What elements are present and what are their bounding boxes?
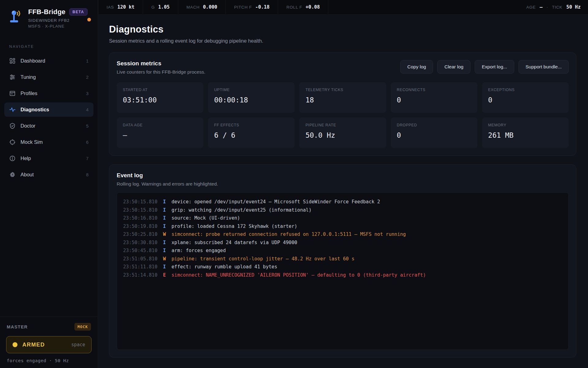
nav-shortcut: 5: [86, 124, 89, 128]
export-log-button[interactable]: Export log...: [475, 60, 514, 74]
telemetry-topbar: IAS 120 kt G 1.05 MACH 0.000 PITCH F -0.…: [98, 0, 588, 14]
stat-value: 120 kt: [117, 4, 134, 10]
log-actions: Copy log Clear log Export log... Support…: [400, 60, 569, 74]
sidebar-item-diagnostics[interactable]: Diagnostics 4: [4, 102, 93, 117]
metric-label: TELEMETRY TICKS: [305, 88, 380, 92]
log-entry: 23:50:19.810Iprofile: loaded Cessna 172 …: [123, 222, 562, 231]
metric-label: RECONNECTS: [397, 88, 471, 92]
metric-value: 18: [305, 96, 380, 104]
metric-ff-effects: FF EFFECTS 6 / 6: [208, 117, 295, 148]
sidebar-item-tuning[interactable]: Tuning 2: [4, 70, 93, 84]
metric-started-at: STARTED AT 03:51:00: [117, 82, 203, 113]
session-metrics-card: Session metrics Live counters for this F…: [109, 52, 576, 156]
tick-label: TICK: [552, 5, 562, 10]
page-subtitle: Session metrics and a rolling event log …: [109, 38, 576, 44]
metric-label: STARTED AT: [123, 88, 197, 92]
nav-shortcut: 2: [86, 75, 89, 80]
armed-toggle-button[interactable]: ARMED space: [6, 336, 92, 353]
stat-label: IAS: [107, 5, 114, 10]
profiles-icon: [9, 90, 16, 97]
clear-log-button[interactable]: Clear log: [437, 60, 470, 74]
metric-exceptions: EXCEPTIONS 0: [482, 82, 569, 113]
metric-dropped: DROPPED 0: [391, 117, 477, 148]
stat-value: -0.18: [255, 4, 270, 10]
mock-badge: MOCK: [74, 323, 91, 331]
stat-label: MACH: [187, 5, 200, 10]
sidebar: FFB-Bridge BETA SIDEWINDER FFB2 MSFS · X…: [0, 0, 98, 368]
event-log-viewport[interactable]: 23:50:15.810Idevice: opened /dev/input/e…: [117, 192, 569, 350]
nav-label: Tuning: [21, 74, 81, 80]
app-logo-block: FFB-Bridge BETA SIDEWINDER FFB2 MSFS · X…: [0, 0, 98, 35]
stat-label: PITCH F: [234, 5, 252, 10]
tick-value: 50 Hz: [566, 4, 581, 10]
log-entry: 23:50:15.810Idevice: opened /dev/input/e…: [123, 198, 562, 206]
metric-value: —: [123, 131, 197, 139]
support-bundle-button[interactable]: Support bundle...: [518, 60, 569, 74]
metric-uptime: UPTIME 00:00:18: [208, 82, 295, 113]
nav-heading: NAVIGATE: [0, 35, 98, 52]
metric-reconnects: RECONNECTS 0: [391, 82, 477, 113]
log-entry-warning: 23:50:25.810Wsimconnect: probe returned …: [123, 230, 562, 239]
nav-shortcut: 1: [86, 59, 89, 63]
app-title: FFB-Bridge: [28, 8, 66, 16]
event-log-subtitle: Rolling log. Warnings and errors are hig…: [117, 181, 569, 187]
metric-value: 03:51:00: [123, 96, 197, 104]
nav-label: Profiles: [21, 90, 81, 96]
sidebar-item-about[interactable]: About 8: [4, 167, 93, 182]
armed-label: ARMED: [22, 342, 66, 348]
metric-label: FF EFFECTS: [214, 123, 288, 127]
metric-value: 6 / 6: [214, 131, 288, 139]
sim-names: MSFS · X-PLANE: [28, 24, 88, 29]
metric-value: 0: [488, 96, 563, 104]
armed-indicator-dot: [13, 342, 17, 347]
age-label: AGE: [526, 5, 536, 10]
metric-label: PIPELINE RATE: [305, 123, 380, 127]
metric-pipeline-rate: PIPELINE RATE 50.0 Hz: [299, 117, 386, 148]
master-status-text: forces engaged · 50 Hz: [6, 358, 92, 363]
nav-label: Mock Sim: [21, 139, 81, 145]
metric-data-age: DATA AGE —: [117, 117, 203, 148]
beta-badge: BETA: [69, 8, 88, 16]
stat-value: 0.000: [203, 4, 217, 10]
gear-icon: [9, 171, 16, 178]
stat-mach: MACH 0.000: [178, 0, 226, 14]
log-entry: 23:50:15.810Igrip: watching /dev/input/e…: [123, 206, 562, 214]
nav-shortcut: 4: [86, 107, 89, 112]
topbar-right-stats: AGE — · TICK 50 Hz: [526, 4, 588, 10]
session-metrics-title: Session metrics: [117, 60, 205, 67]
stat-g: G 1.05: [143, 0, 178, 14]
armed-shortcut: space: [71, 342, 85, 347]
nav-label: About: [21, 172, 81, 178]
nav-label: Doctor: [21, 123, 81, 129]
info-icon: [9, 155, 16, 162]
page-content: Diagnostics Session metrics and a rollin…: [98, 14, 588, 368]
log-entry: 23:50:16.810Isource: Mock (UI-driven): [123, 214, 562, 222]
copy-log-button[interactable]: Copy log: [400, 60, 433, 74]
log-entry: 23:50:30.810Ixplane: subscribed 24 datar…: [123, 239, 562, 247]
separator-dot: ·: [547, 5, 548, 10]
joystick-logo-icon: [7, 8, 23, 24]
stat-label: ROLL F: [286, 5, 302, 10]
metric-value: 0: [397, 96, 471, 104]
metric-telemetry-ticks: TELEMETRY TICKS 18: [299, 82, 386, 113]
log-entry: 23:50:45.810Iarm: forces engaged: [123, 247, 562, 255]
crosshair-icon: [9, 139, 16, 145]
stat-roll-force: ROLL F +0.08: [278, 0, 328, 14]
sidebar-item-doctor[interactable]: Doctor 5: [4, 119, 93, 133]
sidebar-item-dashboard[interactable]: Dashboard 1: [4, 54, 93, 68]
metric-value: 261 MB: [488, 131, 563, 139]
sidebar-item-mock-sim[interactable]: Mock Sim 6: [4, 135, 93, 149]
event-log-title: Event log: [117, 172, 569, 179]
session-metrics-subtitle: Live counters for this FFB-Bridge proces…: [117, 69, 205, 75]
log-entry: 23:51:11.810Ieffect: runway rumble uploa…: [123, 263, 562, 271]
metrics-grid: STARTED AT 03:51:00 UPTIME 00:00:18 TELE…: [117, 82, 569, 148]
main-area: IAS 120 kt G 1.05 MACH 0.000 PITCH F -0.…: [98, 0, 588, 368]
shield-check-icon: [9, 123, 16, 129]
device-name: SIDEWINDER FFB2: [28, 18, 88, 23]
metric-label: DATA AGE: [123, 123, 197, 127]
stat-pitch-force: PITCH F -0.18: [226, 0, 278, 14]
log-entry-warning: 23:51:05.810Wpipeline: transient control…: [123, 255, 562, 263]
master-label: MASTER: [7, 324, 28, 329]
sidebar-item-profiles[interactable]: Profiles 3: [4, 86, 93, 101]
sidebar-item-help[interactable]: Help 7: [4, 151, 93, 166]
